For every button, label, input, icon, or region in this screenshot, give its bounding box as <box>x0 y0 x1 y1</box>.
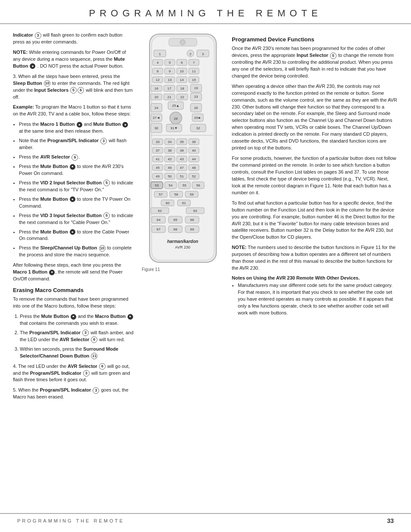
svg-text:26: 26 <box>194 106 198 110</box>
svg-text:33: 33 <box>156 140 159 144</box>
bullet-8: Press the Mute Button ● to store the Cab… <box>19 229 134 243</box>
svg-text:5: 5 <box>168 61 171 65</box>
svg-text:60: 60 <box>165 201 169 205</box>
svg-text:2: 2 <box>189 52 191 56</box>
svg-text:64: 64 <box>156 218 160 222</box>
svg-text:59: 59 <box>190 193 193 196</box>
svg-text:1: 1 <box>159 52 161 56</box>
svg-text:66: 66 <box>190 218 194 222</box>
svg-text:68: 68 <box>173 227 177 231</box>
erase-step-2: The Program/SPL Indicator 3 will flash a… <box>20 330 134 343</box>
step4-para: 4. The red LED under the AVR Selector 6 … <box>13 363 134 384</box>
bullet-1: Press the Macro 1 Button ● and Mute Butt… <box>19 121 134 135</box>
svg-text:37: 37 <box>156 149 159 152</box>
remote-svg: 1 2 3 4 5 6 7 8 <box>143 32 223 264</box>
svg-text:8: 8 <box>156 69 159 73</box>
note-label: NOTE: <box>13 50 28 55</box>
svg-text:69: 69 <box>190 227 194 231</box>
svg-text:50: 50 <box>168 174 171 178</box>
svg-text:22: 22 <box>180 95 184 99</box>
svg-text:48: 48 <box>192 166 196 170</box>
svg-text:32: 32 <box>196 126 200 130</box>
svg-text:4: 4 <box>156 61 159 65</box>
svg-text:44: 44 <box>192 157 196 161</box>
bullet-3: Press the AVR Selector 6. <box>19 154 134 161</box>
sleep-button-label: Sleep Button 10 <box>13 81 51 86</box>
svg-text:23: 23 <box>194 95 198 99</box>
footer-left-label: PROGRAMMING THE REMOTE <box>17 518 125 523</box>
footer-page-number: 33 <box>387 517 394 524</box>
svg-text:34: 34 <box>168 140 171 144</box>
note2-label: NOTE: <box>232 245 246 250</box>
note-para: NOTE: While entering commands for Power … <box>13 49 134 70</box>
svg-text:harman/kardon: harman/kardon <box>167 239 198 244</box>
after-bullets-para: After following these steps, each time y… <box>13 262 134 283</box>
svg-text:53: 53 <box>155 184 159 187</box>
svg-text:55: 55 <box>182 184 186 187</box>
page-header: PROGRAMMING THE REMOTE <box>0 0 411 24</box>
input-sel-6: 6 <box>78 87 84 93</box>
svg-text:18: 18 <box>180 87 184 90</box>
notes-heading: Notes on Using the AVR 230 Remote With O… <box>232 275 398 280</box>
example-para: Example: To program the Macro 1 button s… <box>13 104 134 118</box>
svg-text:12: 12 <box>156 78 159 82</box>
svg-text:58: 58 <box>174 193 178 196</box>
indicator-circle: 3 <box>35 32 41 39</box>
para2: When operating a device other than the A… <box>232 83 398 152</box>
note2-para: NOTE: The numbers used to describe the b… <box>232 244 398 272</box>
svg-text:9: 9 <box>168 69 171 73</box>
right-column: Programmed Device Functions Once the AVR… <box>232 32 398 404</box>
svg-text:6: 6 <box>181 61 183 65</box>
svg-text:19: 19 <box>194 86 198 90</box>
erase-steps: Press the Mute Button ● and the Macro Bu… <box>13 313 134 360</box>
svg-text:39: 39 <box>180 149 184 152</box>
svg-text:13: 13 <box>168 78 171 82</box>
svg-text:16: 16 <box>154 87 158 90</box>
erase-step-1: Press the Mute Button ● and the Macro Bu… <box>20 313 134 327</box>
svg-text:27◄: 27◄ <box>153 116 160 120</box>
bullet-5: Press the VID 2 Input Selector Button 5 … <box>19 180 134 193</box>
svg-text:61: 61 <box>182 201 186 205</box>
svg-text:7: 7 <box>193 61 195 65</box>
svg-text:49: 49 <box>156 174 159 178</box>
bullet-9: Press the Sleep/Channel Up Button 10 to … <box>19 245 134 258</box>
svg-text:20: 20 <box>154 95 158 99</box>
figure-caption: Figure 11 <box>142 267 224 272</box>
svg-text:3: 3 <box>202 52 204 56</box>
remote-wrap: 1 2 3 4 5 6 7 8 <box>142 32 224 272</box>
center-column: 1 2 3 4 5 6 7 8 <box>140 32 226 404</box>
svg-point-3 <box>180 40 185 45</box>
svg-text:62: 62 <box>158 209 162 213</box>
programmed-intro-para: Once the AVR 230's remote has been progr… <box>232 45 398 80</box>
svg-text:AVR 230: AVR 230 <box>175 245 190 249</box>
svg-text:21: 21 <box>167 95 171 99</box>
svg-text:40: 40 <box>192 149 196 152</box>
svg-text:46: 46 <box>168 166 171 170</box>
svg-text:54: 54 <box>168 184 172 187</box>
svg-text:10: 10 <box>180 69 184 73</box>
input-sel-5: 5 <box>70 87 77 93</box>
svg-text:63: 63 <box>193 209 197 213</box>
svg-text:28: 28 <box>174 117 177 121</box>
svg-text:15: 15 <box>192 78 196 82</box>
erase-step-3: Within ten seconds, press the Surround M… <box>20 346 134 360</box>
svg-text:38: 38 <box>168 149 171 152</box>
example-label: Example: <box>13 104 34 109</box>
svg-text:35: 35 <box>180 140 184 144</box>
erasing-intro: To remove the commands that have been pr… <box>13 296 134 310</box>
svg-text:67: 67 <box>156 227 160 231</box>
indicator-para: Indicator 3 will flash green to confirm … <box>13 32 134 46</box>
page: PROGRAMMING THE REMOTE Indicator 3 will … <box>0 0 411 532</box>
para4: To find out what function a particular b… <box>232 200 398 241</box>
svg-text:65: 65 <box>173 218 177 222</box>
bullet-4: Press the Mute Button ● to store the AVR… <box>19 163 134 177</box>
svg-text:30: 30 <box>154 126 158 130</box>
step5-para: 5. When the Program/SPL Indicator 3 goes… <box>13 387 134 401</box>
left-column: Indicator 3 will flash green to confirm … <box>13 32 134 404</box>
bullet-list: Press the Macro 1 Button ● and Mute Butt… <box>13 121 134 258</box>
content-area: Indicator 3 will flash green to confirm … <box>0 24 411 408</box>
bullet-2: Note that the Program/SPL Indicator 3 wi… <box>19 137 134 151</box>
svg-text:31▼: 31▼ <box>170 126 177 130</box>
bullet-7: Press the VID 3 Input Selector Button 5 … <box>19 212 134 226</box>
svg-text:36: 36 <box>192 140 196 144</box>
